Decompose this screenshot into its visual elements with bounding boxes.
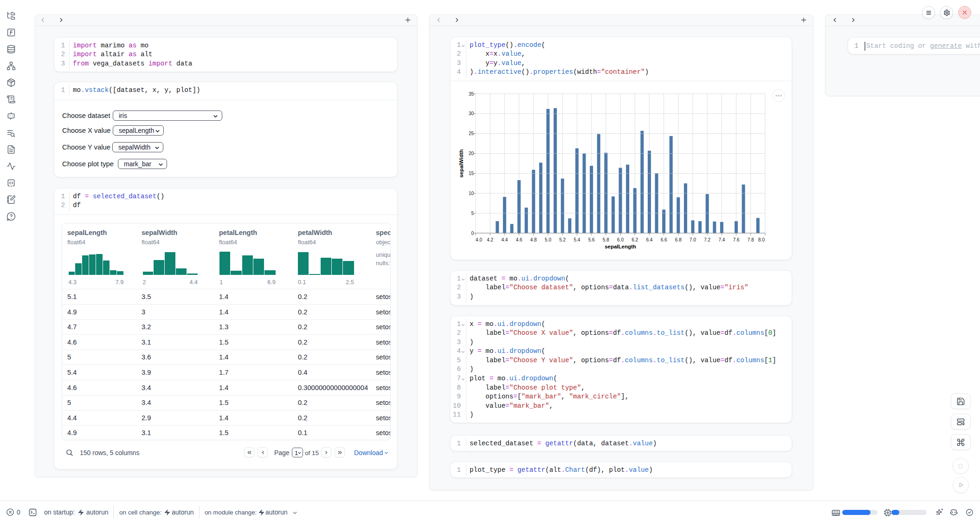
svg-text:8.0: 8.0: [758, 237, 765, 242]
svg-text:7.2: 7.2: [704, 237, 710, 242]
svg-text:7.0: 7.0: [690, 237, 696, 242]
svg-text:7.6: 7.6: [733, 237, 740, 242]
svg-text:5.2: 5.2: [559, 237, 566, 242]
svg-text:4.4: 4.4: [501, 237, 508, 242]
svg-text:5.0: 5.0: [545, 237, 551, 242]
svg-text:6.2: 6.2: [632, 237, 638, 242]
svg-text:25: 25: [469, 131, 474, 136]
svg-text:4.6: 4.6: [516, 237, 522, 242]
svg-text:6.0: 6.0: [617, 237, 624, 242]
svg-text:7.8: 7.8: [748, 237, 754, 242]
svg-text:4.8: 4.8: [530, 237, 537, 242]
svg-text:35: 35: [469, 91, 474, 97]
svg-text:5.4: 5.4: [574, 237, 580, 242]
svg-text:5.6: 5.6: [588, 237, 595, 242]
svg-text:6.8: 6.8: [675, 237, 682, 242]
svg-text:6.4: 6.4: [646, 237, 652, 242]
svg-text:5: 5: [471, 211, 474, 216]
svg-text:7.4: 7.4: [718, 237, 725, 242]
svg-text:20: 20: [469, 151, 474, 156]
svg-text:sepalWidth: sepalWidth: [458, 149, 464, 177]
svg-text:sepalLength: sepalLength: [605, 244, 636, 249]
svg-text:10: 10: [469, 191, 474, 196]
svg-text:4.2: 4.2: [487, 237, 493, 242]
svg-text:0: 0: [471, 231, 474, 236]
svg-text:15: 15: [469, 171, 474, 176]
svg-text:4.0: 4.0: [476, 237, 482, 242]
svg-text:6.6: 6.6: [661, 237, 667, 242]
svg-text:30: 30: [469, 111, 474, 116]
svg-text:5.8: 5.8: [603, 237, 609, 242]
